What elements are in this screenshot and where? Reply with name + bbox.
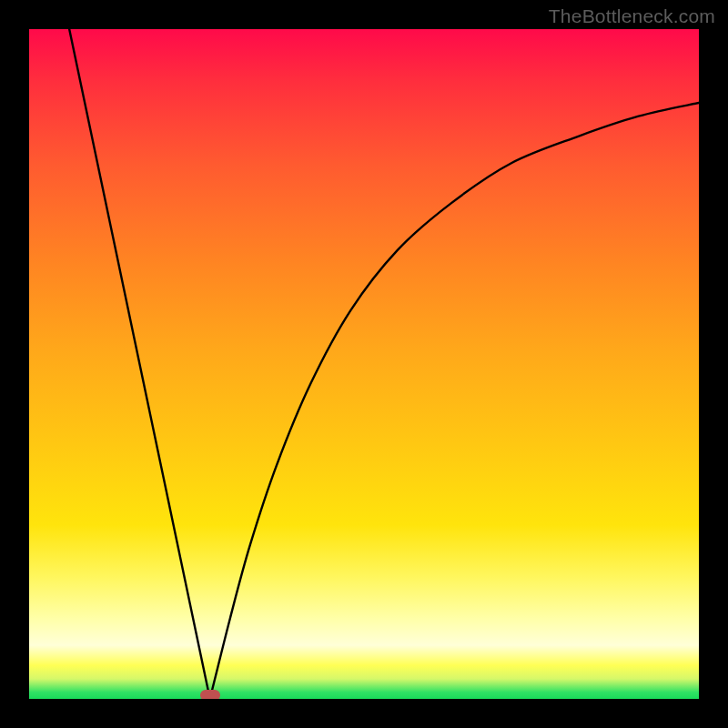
watermark-text: TheBottleneck.com xyxy=(549,5,715,27)
outer-frame: TheBottleneck.com xyxy=(0,0,728,728)
minimum-marker xyxy=(200,690,220,699)
gradient-background xyxy=(29,29,699,699)
plot-area xyxy=(29,29,699,699)
